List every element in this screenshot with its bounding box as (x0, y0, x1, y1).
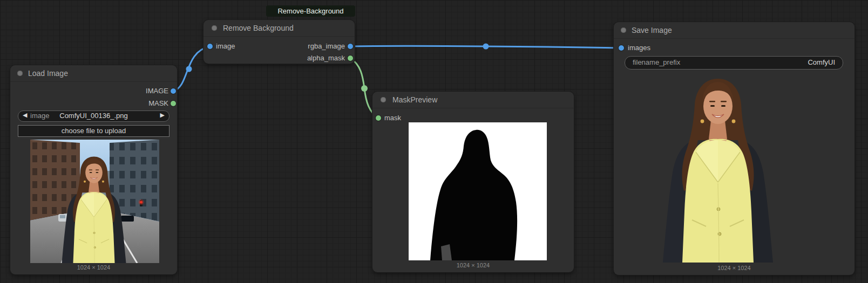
output-port-image[interactable] (171, 88, 176, 94)
group-title-badge: Remove-Background (266, 5, 355, 17)
preview-size-label: 1024 × 1024 (372, 262, 574, 268)
choose-file-button[interactable]: choose file to upload (18, 125, 169, 137)
node-status-dot-icon (381, 97, 386, 102)
input-slot-mask-label: mask (384, 113, 401, 123)
link-midpoint-dot[interactable] (483, 44, 489, 50)
input-slot-images-label: images (628, 43, 650, 53)
widget-label: filename_prefix (633, 58, 680, 66)
node-header[interactable]: MaskPreview (372, 92, 574, 108)
widget-value: ComfyUI (808, 58, 835, 66)
node-remove-background[interactable]: Remove Background image rgba_image alpha… (204, 20, 355, 64)
output-port-rgba-image[interactable] (348, 44, 353, 49)
node-title: Remove Background (223, 24, 294, 32)
node-header[interactable]: Remove Background (204, 20, 355, 37)
preview-size-label: 1024 × 1024 (10, 264, 177, 271)
node-save-image[interactable]: Save Image images filename_prefix ComfyU… (614, 22, 855, 275)
output-port-alpha-mask[interactable] (348, 56, 353, 61)
link-midpoint-dot[interactable] (186, 66, 192, 72)
output-port-mask[interactable] (171, 101, 176, 106)
input-port-mask[interactable] (376, 115, 381, 121)
node-title: Save Image (632, 26, 672, 34)
combo-next-arrow-icon[interactable]: ▶ (160, 112, 165, 119)
link-midpoint-dot[interactable] (361, 85, 368, 92)
node-header[interactable]: Load Image (10, 65, 177, 82)
output-slot-alpha-mask-label: alpha_mask (307, 53, 345, 63)
node-title: MaskPreview (392, 95, 437, 104)
link-rgba-to-saveimage[interactable] (350, 46, 621, 48)
output-slot-image-label: IMAGE (146, 86, 168, 96)
node-graph-canvas[interactable]: Remove-Background Load Image IMAGE MASK … (0, 0, 868, 283)
filename-prefix-widget[interactable]: filename_prefix ComfyUI (625, 56, 843, 70)
node-status-dot-icon (621, 27, 626, 33)
input-port-image[interactable] (207, 44, 213, 49)
output-slot-rgba-image-label: rgba_image (308, 42, 345, 51)
saved-image-preview (642, 75, 794, 263)
loaded-image-preview (30, 140, 159, 263)
node-mask-preview[interactable]: MaskPreview mask 1024 × 1024 (372, 92, 574, 272)
node-header[interactable]: Save Image (614, 22, 855, 39)
node-load-image[interactable]: Load Image IMAGE MASK ◀ image ComfyUI_00… (10, 65, 177, 274)
input-slot-image-label: image (216, 42, 235, 51)
combo-value: ComfyUI_00136_.png (18, 112, 169, 120)
node-status-dot-icon (212, 25, 217, 31)
output-slot-mask-label: MASK (148, 99, 168, 108)
mask-preview-image (409, 122, 547, 260)
input-port-images[interactable] (619, 45, 624, 51)
node-status-dot-icon (17, 71, 23, 76)
preview-size-label: 1024 × 1024 (614, 265, 855, 271)
node-title: Load Image (28, 69, 68, 78)
image-filename-combo[interactable]: ◀ image ComfyUI_00136_.png ▶ (18, 111, 169, 122)
